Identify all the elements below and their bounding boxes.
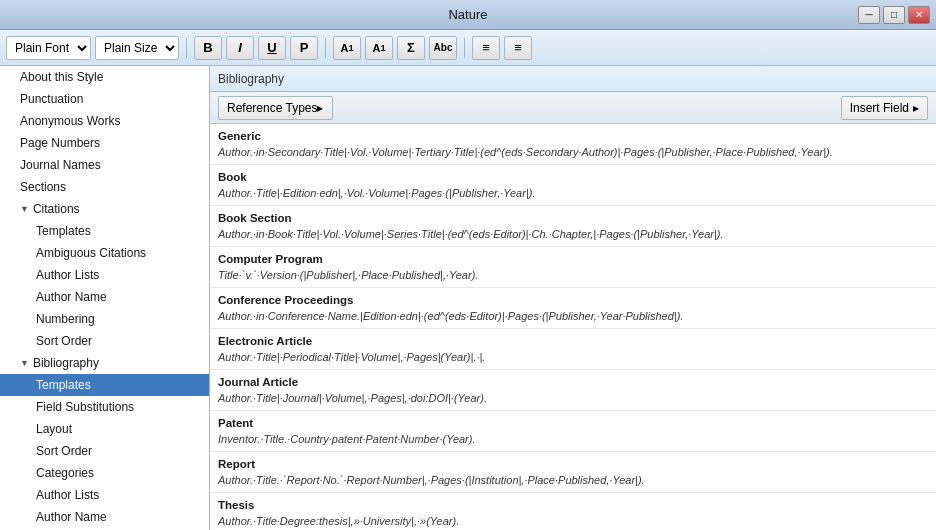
- insert-field-arrow: ▸: [913, 101, 919, 115]
- citations-label: Citations: [33, 200, 80, 218]
- content-header-label: Bibliography: [218, 72, 284, 86]
- ref-entry-2: Book SectionAuthor.·in·Book·Title|·Vol.·…: [210, 206, 936, 247]
- ref-entry-9: ThesisAuthor.·Title·Degree:thesis|,»·Uni…: [210, 493, 936, 530]
- insert-field-button[interactable]: Insert Field ▸: [841, 96, 928, 120]
- content-header: Bibliography: [210, 66, 936, 92]
- citations-expand-icon: ▼: [20, 200, 29, 218]
- ref-entry-body-5: Author.·Title|·Periodical·Title|·Volume|…: [218, 351, 485, 363]
- ref-entry-body-0: Author.·in·Secondary·Title|·Vol.·Volume|…: [218, 146, 833, 158]
- abc-button[interactable]: Abc: [429, 36, 457, 60]
- sidebar-item-page-numbers[interactable]: Page Numbers: [0, 132, 209, 154]
- maximize-button[interactable]: □: [883, 6, 905, 24]
- sidebar-item-layout[interactable]: Layout: [0, 418, 209, 440]
- toolbar: Plain Font Plain Size B I U P A1 A1 Σ Ab…: [0, 30, 936, 66]
- ref-entry-title-7: Patent: [218, 417, 253, 429]
- minimize-button[interactable]: ─: [858, 6, 880, 24]
- sidebar-group-bibliography[interactable]: ▼ Bibliography: [0, 352, 209, 374]
- sidebar-item-field-substitutions[interactable]: Field Substitutions: [0, 396, 209, 418]
- content-toolbar: Reference Types▸ Insert Field ▸: [210, 92, 936, 124]
- toolbar-sep-3: [464, 38, 465, 58]
- main-container: About this Style Punctuation Anonymous W…: [0, 66, 936, 530]
- ref-entry-body-7: Inventor.·Title.·Country·patent·Patent·N…: [218, 433, 476, 445]
- insert-field-label: Insert Field: [850, 101, 909, 115]
- title-bar: Nature ─ □ ✕: [0, 0, 936, 30]
- reference-types-button[interactable]: Reference Types▸: [218, 96, 333, 120]
- sidebar-group-citations[interactable]: ▼ Citations: [0, 198, 209, 220]
- font-select[interactable]: Plain Font: [6, 36, 91, 60]
- close-button[interactable]: ✕: [908, 6, 930, 24]
- ref-entry-title-6: Journal Article: [218, 376, 298, 388]
- ref-entry-title-1: Book: [218, 171, 247, 183]
- sidebar-item-bibliography-templates[interactable]: Templates: [0, 374, 209, 396]
- sidebar-item-citations-author-name[interactable]: Author Name: [0, 286, 209, 308]
- ref-entry-3: Computer ProgramTitle·`v.`·Version·(|Pub…: [210, 247, 936, 288]
- ref-entry-title-9: Thesis: [218, 499, 254, 511]
- ref-entry-7: PatentInventor.·Title.·Country·patent·Pa…: [210, 411, 936, 452]
- ref-entry-body-2: Author.·in·Book·Title|·Vol.·Volume|·Seri…: [218, 228, 724, 240]
- ref-entry-body-1: Author.·Title|·Edition·edn|,·Vol.·Volume…: [218, 187, 535, 199]
- bold-button[interactable]: B: [194, 36, 222, 60]
- sidebar-item-bibliography-author-lists[interactable]: Author Lists: [0, 484, 209, 506]
- ref-entry-title-4: Conference Proceedings: [218, 294, 353, 306]
- ref-entry-title-8: Report: [218, 458, 255, 470]
- ref-entry-8: ReportAuthor.·Title.·`Report·No.`·Report…: [210, 452, 936, 493]
- reference-list: GenericAuthor.·in·Secondary·Title|·Vol.·…: [210, 124, 936, 530]
- sidebar-item-citations-sort-order[interactable]: Sort Order: [0, 330, 209, 352]
- ref-entry-1: BookAuthor.·Title|·Edition·edn|,·Vol.·Vo…: [210, 165, 936, 206]
- toolbar-sep-2: [325, 38, 326, 58]
- sidebar-item-bibliography-sort-order[interactable]: Sort Order: [0, 440, 209, 462]
- sidebar-item-citations-templates[interactable]: Templates: [0, 220, 209, 242]
- bibliography-expand-icon: ▼: [20, 354, 29, 372]
- ref-entry-title-2: Book Section: [218, 212, 291, 224]
- ref-entry-4: Conference ProceedingsAuthor.·in·Confere…: [210, 288, 936, 329]
- sidebar-item-categories[interactable]: Categories: [0, 462, 209, 484]
- size-select[interactable]: Plain Size: [95, 36, 179, 60]
- underline-button[interactable]: U: [258, 36, 286, 60]
- ref-entry-title-0: Generic: [218, 130, 261, 142]
- window-controls: ─ □ ✕: [858, 6, 930, 24]
- sidebar-item-bibliography-author-name[interactable]: Author Name: [0, 506, 209, 528]
- align-left-button[interactable]: ≡: [472, 36, 500, 60]
- toolbar-sep-1: [186, 38, 187, 58]
- italic-button[interactable]: I: [226, 36, 254, 60]
- ref-entry-title-3: Computer Program: [218, 253, 323, 265]
- ref-entry-body-3: Title·`v.`·Version·(|Publisher|,·Place·P…: [218, 269, 478, 281]
- sidebar-item-sections[interactable]: Sections: [0, 176, 209, 198]
- sidebar-item-ambiguous-citations[interactable]: Ambiguous Citations: [0, 242, 209, 264]
- window-title: Nature: [448, 7, 487, 22]
- sidebar-item-punctuation[interactable]: Punctuation: [0, 88, 209, 110]
- sidebar-item-anonymous[interactable]: Anonymous Works: [0, 110, 209, 132]
- ref-entry-body-9: Author.·Title·Degree:thesis|,»·Universit…: [218, 515, 459, 527]
- sidebar-item-citations-numbering[interactable]: Numbering: [0, 308, 209, 330]
- ref-entry-0: GenericAuthor.·in·Secondary·Title|·Vol.·…: [210, 124, 936, 165]
- sigma-button[interactable]: Σ: [397, 36, 425, 60]
- superscript-button[interactable]: A1: [333, 36, 361, 60]
- ref-entry-body-4: Author.·in·Conference·Name.|Edition·edn|…: [218, 310, 683, 322]
- plain-button[interactable]: P: [290, 36, 318, 60]
- sidebar-item-journal-names[interactable]: Journal Names: [0, 154, 209, 176]
- sidebar: About this Style Punctuation Anonymous W…: [0, 66, 210, 530]
- subscript-button[interactable]: A1: [365, 36, 393, 60]
- ref-entry-6: Journal ArticleAuthor.·Title|·Journal|·V…: [210, 370, 936, 411]
- sidebar-item-citations-author-lists[interactable]: Author Lists: [0, 264, 209, 286]
- ref-entry-body-8: Author.·Title.·`Report·No.`·Report·Numbe…: [218, 474, 645, 486]
- ref-entry-body-6: Author.·Title|·Journal|·Volume|,·Pages|,…: [218, 392, 487, 404]
- sidebar-item-about[interactable]: About this Style: [0, 66, 209, 88]
- align-center-button[interactable]: ≡: [504, 36, 532, 60]
- ref-entry-title-5: Electronic Article: [218, 335, 312, 347]
- bibliography-label: Bibliography: [33, 354, 99, 372]
- content-area: Bibliography Reference Types▸ Insert Fie…: [210, 66, 936, 530]
- ref-entry-5: Electronic ArticleAuthor.·Title|·Periodi…: [210, 329, 936, 370]
